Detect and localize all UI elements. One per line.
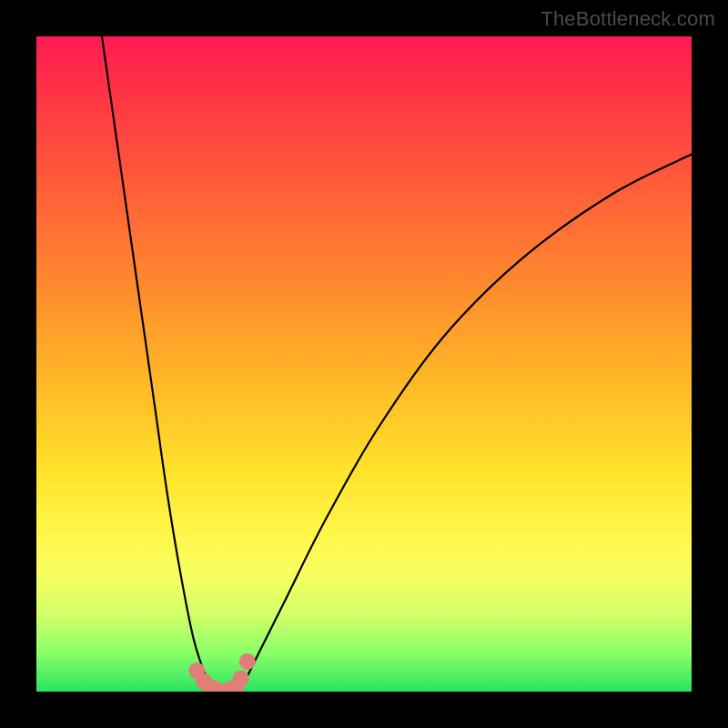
bottleneck-curve <box>102 36 692 692</box>
trough-marker-dot <box>239 653 256 670</box>
attribution-watermark: TheBottleneck.com <box>541 7 715 31</box>
curve-svg <box>36 36 692 692</box>
trough-marker-dot <box>233 671 249 687</box>
chart-canvas: TheBottleneck.com <box>0 0 728 728</box>
plot-area <box>36 36 692 692</box>
